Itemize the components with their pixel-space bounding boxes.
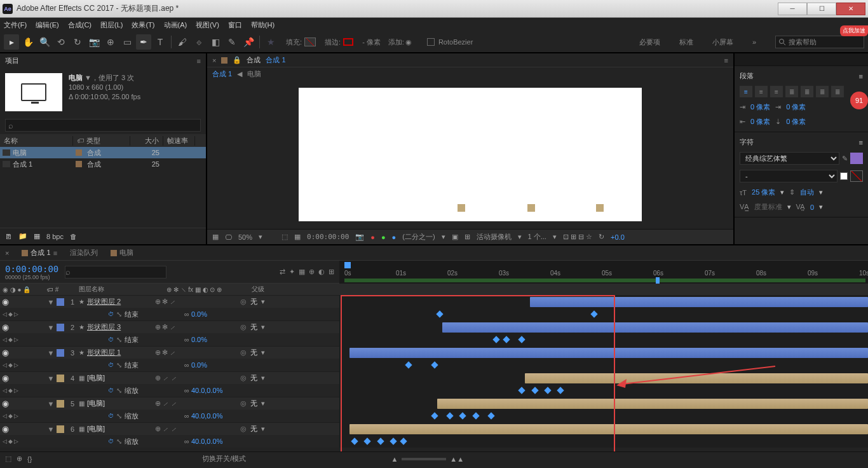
parent-dropdown[interactable]: 无 — [250, 348, 257, 357]
link-icon[interactable]: ∞ — [184, 336, 189, 343]
layer-bar[interactable] — [349, 424, 868, 434]
project-row[interactable]: 合成 1合成25 — [0, 158, 206, 170]
stopwatch-icon[interactable]: ⏱ — [108, 362, 114, 368]
keyframe-icon[interactable] — [544, 387, 551, 394]
prev-kf-icon[interactable]: ◁ — [3, 362, 7, 368]
keyframe-icon[interactable] — [590, 310, 597, 317]
prev-kf-icon[interactable]: ◁ — [3, 387, 7, 394]
visibility-toggle[interactable]: ◉ — [1, 349, 9, 357]
comp-viewer[interactable] — [207, 80, 733, 229]
keyframe-icon[interactable] — [364, 437, 371, 444]
breadcrumb-child[interactable]: 电脑 — [247, 69, 261, 79]
col-fps[interactable]: 帧速率 — [163, 136, 195, 146]
keyframe-icon[interactable] — [531, 387, 538, 394]
layer-name[interactable]: [电脑] — [87, 399, 105, 408]
comp-panel-menu-icon[interactable]: ≡ — [724, 57, 728, 64]
orbit-tool-icon[interactable]: ⟲ — [53, 34, 69, 50]
tl-btn-icon[interactable]: ⊕ — [309, 268, 315, 276]
add-kf-icon[interactable]: ◆ — [8, 362, 13, 368]
camera-dropdown[interactable]: 活动摄像机 — [477, 232, 512, 242]
resolution-dropdown[interactable]: (二分之一) — [402, 232, 435, 242]
character-menu-icon[interactable]: ≡ — [859, 139, 863, 146]
stroke-px[interactable]: - 像素 — [362, 38, 381, 47]
add-kf-icon[interactable]: ◆ — [8, 387, 13, 394]
layer-bar[interactable] — [442, 322, 868, 333]
timeline-layer-row[interactable]: ◉ ▼ 4 ▦[电脑] ⊕⟋⟋ ◎无▾ — [0, 371, 868, 384]
visibility-toggle[interactable]: ◉ — [1, 298, 9, 306]
expand-arrow-icon[interactable]: ▼ — [47, 324, 55, 331]
add-kf-icon[interactable]: ◆ — [8, 438, 13, 444]
project-search-input[interactable] — [5, 119, 201, 132]
keyframe-icon[interactable] — [436, 310, 443, 317]
justify-all-icon[interactable]: ≣ — [831, 86, 844, 97]
keyframe-icon[interactable] — [377, 437, 384, 444]
zoom-tool-icon[interactable]: 🔍 — [37, 34, 52, 50]
layer-label-color[interactable] — [57, 298, 64, 306]
graph-icon[interactable]: ⤡ — [116, 361, 122, 369]
timeline-layer-row[interactable]: ◉ ▼ 1 ★形状图层 2 ⊕✻⟋ ◎无▾ — [0, 295, 868, 308]
timeline-search-input[interactable] — [65, 266, 166, 279]
menu-animation[interactable]: 动画(A) — [164, 20, 187, 30]
time-ruler[interactable]: 0s01s02s03s04s05s06s07s08s09s10s — [339, 261, 868, 284]
menu-file[interactable]: 文件(F) — [4, 20, 27, 30]
expand-arrow-icon[interactable]: ▼ — [47, 425, 55, 433]
timeline-layer-row[interactable]: ◉ ▼ 2 ★形状图层 3 ⊕✻⟋ ◎无▾ — [0, 320, 868, 333]
keyframe-icon[interactable] — [519, 387, 526, 394]
add-kf-icon[interactable]: ◆ — [8, 311, 13, 317]
transparency-icon[interactable]: ▦ — [294, 233, 301, 241]
timeline-layer-row[interactable]: ◉ ▼ 3 ★形状图层 1 ⊕✻⟋ ◎无▾ — [0, 346, 868, 359]
reset-exposure-icon[interactable]: ↻ — [599, 233, 604, 241]
trash-icon[interactable]: 🗑 — [70, 233, 77, 240]
graph-icon[interactable]: ⤡ — [116, 310, 122, 319]
visibility-toggle[interactable]: ◉ — [1, 400, 9, 408]
next-kf-icon[interactable]: ▷ — [14, 311, 18, 317]
tl-btn-icon[interactable]: ✦ — [289, 268, 295, 276]
view-icons[interactable]: ⊡ ⊞ ⊟ ☆ — [563, 233, 592, 241]
stopwatch-icon[interactable]: ⏱ — [108, 336, 114, 343]
pickwhip-icon[interactable]: ◎ — [240, 298, 247, 306]
font-style-dropdown[interactable]: - — [740, 170, 837, 182]
align-left-icon[interactable]: ≡ — [740, 86, 752, 97]
close-button[interactable]: ✕ — [836, 3, 865, 15]
tl-close-icon[interactable]: × — [5, 249, 9, 257]
prev-kf-icon[interactable]: ◁ — [3, 413, 7, 419]
timeline-property-row[interactable]: ◁◆▷ ⏱⤡结束 ∞ 0.0% — [0, 308, 868, 320]
roi-icon[interactable]: ⬚ — [281, 233, 288, 241]
timecode-display[interactable]: 0:00:00:00 — [307, 233, 349, 241]
graph-icon[interactable]: ⤡ — [116, 412, 122, 420]
keyframe-icon[interactable] — [431, 412, 438, 419]
camera-tool-icon[interactable]: 📷 — [86, 34, 102, 50]
layer-name[interactable]: 形状图层 2 — [87, 297, 121, 306]
next-kf-icon[interactable]: ▷ — [14, 387, 18, 394]
property-value[interactable]: 40.0,0.0% — [191, 412, 223, 420]
prev-kf-icon[interactable]: ◁ — [3, 311, 7, 317]
text-nostroke-icon[interactable] — [850, 170, 863, 182]
layer-label-color[interactable] — [57, 400, 64, 408]
selection-tool-icon[interactable]: ▸ — [4, 34, 19, 50]
comp-tab-name[interactable]: 合成 1 — [266, 55, 285, 65]
visibility-toggle[interactable]: ◉ — [1, 375, 9, 382]
next-kf-icon[interactable]: ▷ — [14, 438, 18, 444]
stopwatch-icon[interactable]: ⏱ — [108, 413, 114, 419]
new-folder-icon[interactable]: 📁 — [18, 232, 27, 240]
property-value[interactable]: 40.0,0.0% — [191, 387, 223, 394]
align-center-icon[interactable]: ≡ — [755, 86, 768, 97]
project-panel-menu-icon[interactable]: ≡ — [197, 57, 201, 65]
menu-edit[interactable]: 编辑(E) — [36, 20, 59, 30]
star-icon[interactable]: ★ — [263, 34, 278, 50]
rect-tool-icon[interactable]: ▭ — [119, 34, 135, 50]
add-kf-icon[interactable]: ◆ — [8, 413, 13, 419]
col-name[interactable]: 名称 — [0, 136, 73, 146]
prev-kf-icon[interactable]: ◁ — [3, 336, 7, 343]
workspace-small[interactable]: 小屏幕 — [712, 38, 733, 47]
tl-btn-icon[interactable]: ⇄ — [280, 268, 285, 276]
roto-tool-icon[interactable]: ✎ — [224, 34, 240, 50]
clone-tool-icon[interactable]: ⟐ — [191, 34, 207, 50]
tl-footer-icon[interactable]: ⊕ — [17, 455, 22, 463]
property-value[interactable]: 0.0% — [191, 336, 207, 343]
col-type[interactable]: 🏷类型 — [73, 136, 130, 146]
safe-zones-icon[interactable]: ▣ — [452, 233, 458, 241]
layer-bar[interactable] — [525, 373, 869, 383]
current-time[interactable]: 0:00:00:00 — [5, 264, 58, 274]
keyframe-icon[interactable] — [519, 336, 526, 343]
